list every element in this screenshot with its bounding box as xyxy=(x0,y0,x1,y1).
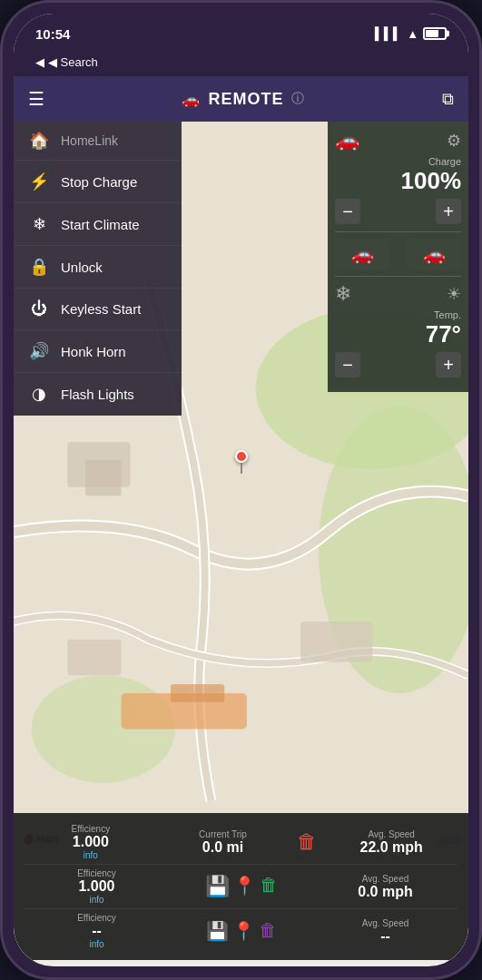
stat-avgspeed-3: Avg. Speed -- xyxy=(313,918,457,945)
svg-rect-5 xyxy=(85,460,122,496)
avgspeed-label-2: Avg. Speed xyxy=(313,874,457,884)
stat-efficiency-1: Efficiency 1.000 info xyxy=(25,824,157,860)
trash-red-icon[interactable]: 🗑 xyxy=(297,830,317,854)
header-title-group: 🚗 REMOTE ⓘ xyxy=(182,90,304,109)
climate-sun-icon[interactable]: ☀ xyxy=(447,284,461,304)
charge-value: 100% xyxy=(335,167,461,195)
save-green-icon[interactable]: 💾 xyxy=(205,875,230,898)
sidebar-item-keyless-start[interactable]: ⏻ Keyless Start xyxy=(14,289,182,330)
save-purple-icon[interactable]: 💾 xyxy=(206,920,229,942)
home-icon: 🏠 xyxy=(28,131,50,151)
status-icons: ▍▍▍ ▲ xyxy=(375,27,447,41)
climate-plus-button[interactable]: + xyxy=(436,352,461,377)
stats-row-3: Efficiency -- info 💾 📍 🗑 Avg. Speed - xyxy=(25,909,457,953)
efficiency-info-1[interactable]: info xyxy=(25,850,157,860)
car-back-icon[interactable]: 🚗 xyxy=(407,238,461,270)
efficiency-value-2: 1.000 xyxy=(25,878,169,895)
charge-controls: − + xyxy=(335,199,461,224)
climate-section: ❄ ☀ Temp. 77° − + xyxy=(335,282,461,377)
climate-value: 77° xyxy=(335,320,461,348)
sidebar-item-flash-lights[interactable]: ◑ Flash Lights xyxy=(14,373,182,416)
battery-icon xyxy=(423,27,447,40)
avgspeed-label-1: Avg. Speed xyxy=(325,829,457,839)
bottom-stats: Efficiency 1.000 info Current Trip 0.0 m… xyxy=(14,813,468,960)
climate-header: ❄ ☀ xyxy=(335,282,461,306)
efficiency-value-1: 1.000 xyxy=(25,834,157,850)
search-label[interactable]: ◀ Search xyxy=(48,55,98,69)
charge-label: Charge xyxy=(335,156,461,167)
flash-lights-label: Flash Lights xyxy=(61,387,134,402)
stat-trip-1: Current Trip 0.0 mi xyxy=(157,829,290,856)
trip-label-1: Current Trip xyxy=(157,829,290,839)
efficiency-label-2: Efficiency xyxy=(25,868,169,878)
trash-green-icon[interactable]: 🗑 xyxy=(260,875,278,898)
speaker-icon: 🔊 xyxy=(28,341,50,361)
sidebar-item-homelink[interactable]: 🏠 HomeLink xyxy=(14,122,182,161)
trash-purple-icon[interactable]: 🗑 xyxy=(259,920,277,942)
climate-controls: − + xyxy=(335,352,461,377)
battery-fill xyxy=(426,30,438,37)
efficiency-info-3[interactable]: info xyxy=(25,939,169,949)
stat-icons-2: 💾 📍 🗑 xyxy=(169,875,313,898)
stats-row-2: Efficiency 1.000 info 💾 📍 🗑 Avg. Speed xyxy=(25,865,457,909)
sidebar-item-honk-horn[interactable]: 🔊 Honk Horn xyxy=(14,330,182,373)
efficiency-value-3: -- xyxy=(25,923,169,939)
notch xyxy=(187,14,296,39)
sidebar-item-stop-charge[interactable]: ⚡ Stop Charge xyxy=(14,161,182,203)
back-arrow-icon: ◀ xyxy=(35,55,44,69)
charge-header: 🚗 ⚙ xyxy=(335,129,461,152)
charge-minus-button[interactable]: − xyxy=(335,199,360,224)
wifi-icon: ▲ xyxy=(407,27,418,41)
charge-plus-button[interactable]: + xyxy=(436,199,461,224)
lightning-icon: ⚡ xyxy=(28,172,50,191)
info-icon[interactable]: ⓘ xyxy=(291,91,305,107)
signal-icon: ▍▍▍ xyxy=(375,27,402,41)
search-bar-row: ◀ ◀ Search xyxy=(14,54,468,76)
svg-rect-9 xyxy=(171,684,224,702)
stat-efficiency-2: Efficiency 1.000 info xyxy=(25,868,169,905)
status-time: 10:54 xyxy=(35,26,70,42)
climate-label: Temp. xyxy=(335,309,461,320)
pin-purple-icon[interactable]: 📍 xyxy=(233,875,256,898)
svg-rect-7 xyxy=(67,640,121,676)
stat-avgspeed-2: Avg. Speed 0.0 mph xyxy=(313,874,457,900)
sidebar-item-start-climate[interactable]: ❄ Start Climate xyxy=(14,203,182,246)
stat-efficiency-3: Efficiency -- info xyxy=(25,913,169,949)
panel-divider-1 xyxy=(335,231,461,232)
stat-icon-cell-1[interactable]: 🗑 xyxy=(289,830,325,854)
avgspeed-value-3: -- xyxy=(313,928,457,945)
sidebar-item-unlock[interactable]: 🔒 Unlock xyxy=(14,246,182,289)
homelink-label: HomeLink xyxy=(61,133,118,148)
header-title-text: REMOTE xyxy=(208,90,283,109)
charge-section: 🚗 ⚙ Charge 100% − + xyxy=(335,129,461,224)
lights-icon: ◑ xyxy=(28,384,50,404)
car-icon: 🚗 xyxy=(182,91,201,108)
stat-icons-3: 💾 📍 🗑 xyxy=(169,920,313,942)
map-pin-dot xyxy=(235,450,248,463)
power-icon: ⏻ xyxy=(28,299,50,318)
right-panel: 🚗 ⚙ Charge 100% − + 🚗 🚗 xyxy=(328,122,468,392)
efficiency-info-2[interactable]: info xyxy=(25,895,169,905)
pin-purple2-icon[interactable]: 📍 xyxy=(232,920,255,942)
lock-icon: 🔒 xyxy=(28,257,50,277)
stop-charge-label: Stop Charge xyxy=(61,174,137,190)
car-front-icon[interactable]: 🚗 xyxy=(335,238,389,270)
hamburger-icon[interactable]: ☰ xyxy=(28,88,44,110)
phone-frame: 10:54 ▍▍▍ ▲ ◀ ◀ Search ☰ 🚗 REMOTE ⓘ ⧉ xyxy=(0,0,482,980)
status-bar: 10:54 ▍▍▍ ▲ xyxy=(14,14,468,54)
sidebar: 🏠 HomeLink ⚡ Stop Charge ❄ Start Climate… xyxy=(14,122,182,416)
map-pin-stem xyxy=(241,463,242,474)
snowflake-icon: ❄ xyxy=(28,214,50,234)
stats-row-1: Efficiency 1.000 info Current Trip 0.0 m… xyxy=(25,820,457,865)
efficiency-label-3: Efficiency xyxy=(25,913,169,923)
trip-value-1: 0.0 mi xyxy=(157,839,290,856)
start-climate-label: Start Climate xyxy=(61,217,140,232)
snowflake-panel-icon: ❄ xyxy=(335,282,351,306)
car-icons-row: 🚗 🚗 xyxy=(335,238,461,270)
layers-icon[interactable]: ⧉ xyxy=(442,90,454,109)
keyless-start-label: Keyless Start xyxy=(61,301,141,317)
charge-gear-icon[interactable]: ⚙ xyxy=(447,131,461,151)
map-pin xyxy=(235,450,248,474)
climate-minus-button[interactable]: − xyxy=(335,352,360,377)
stat-avgspeed-1: Avg. Speed 22.0 mph xyxy=(325,829,457,856)
